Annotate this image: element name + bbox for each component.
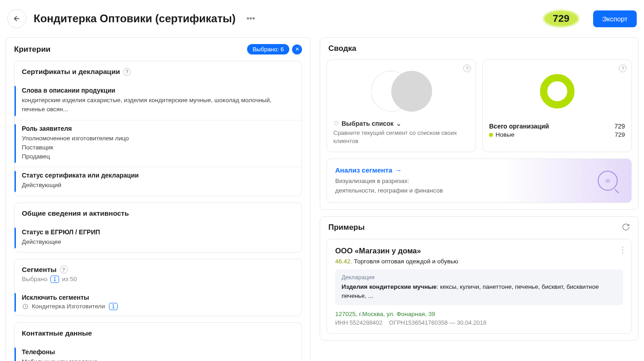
summary-panel: Сводка ? ♡ Выбрать список ⌄ <box>320 37 639 210</box>
criteria-name: Роль заявителя <box>22 125 294 132</box>
examples-panel: Примеры ⋮ ООО «Магазин у дома» 46.42. То… <box>320 216 639 341</box>
group-title: Сертификаты и декларации <box>22 68 120 76</box>
criteria-group-segments: Сегменты ? Выбрано 1 из 50 Исключить сег… <box>14 259 302 316</box>
org-count: 729 <box>553 13 570 24</box>
compare-card: ? ♡ Выбрать список ⌄ Сравните текущий се… <box>327 59 476 152</box>
export-button[interactable]: Экспорт <box>593 10 637 27</box>
choose-list-dropdown[interactable]: ♡ Выбрать список ⌄ <box>333 120 469 127</box>
segment-tag: Кондитерка Изготовители 1 <box>22 303 294 310</box>
analysis-desc: Визуализация в разрезах: деятельности, г… <box>335 177 623 195</box>
help-icon[interactable]: ? <box>60 266 68 273</box>
venn-right-circle <box>391 71 432 112</box>
legend-dot <box>489 133 493 137</box>
example-address: 127025, г.Москва, ул. Фонарная, 39 <box>335 311 623 317</box>
criteria-panel: Критерии Выбрано: 6 ✕ Сертификаты и декл… <box>5 37 311 361</box>
group-title: Сегменты <box>22 266 57 274</box>
refresh-button[interactable] <box>622 223 630 232</box>
count-badge: 1 <box>109 303 118 310</box>
total-orgs-value: 729 <box>614 123 625 130</box>
group-title: Общие сведения и активность <box>22 209 129 218</box>
criteria-name: Исключить сегменты <box>22 294 294 301</box>
example-card: ⋮ ООО «Магазин у дома» 46.42. Торговля о… <box>327 239 632 334</box>
criteria-item-cert-status[interactable]: Статус сертификата или декларации Действ… <box>15 167 302 195</box>
criteria-item-words[interactable]: Слова в описании продукции кондитерские … <box>15 82 302 120</box>
back-button[interactable] <box>7 9 26 28</box>
examples-title: Примеры <box>328 223 365 232</box>
criteria-name: Телефоны <box>22 348 294 356</box>
clock-icon <box>22 303 29 310</box>
criteria-name: Статус сертификата или декларации <box>22 172 294 179</box>
criteria-item-exclude-segments[interactable]: Исключить сегменты Кондитерка Изготовите… <box>15 289 302 316</box>
segments-subtitle: Выбрано 1 из 50 <box>22 276 77 283</box>
criteria-value: Уполномоченное изготовителем лицо Постав… <box>22 134 294 162</box>
help-icon[interactable]: ? <box>123 68 131 76</box>
summary-title: Сводка <box>328 44 356 53</box>
criteria-item-role[interactable]: Роль заявителя Уполномоченное изготовите… <box>15 120 302 167</box>
declaration-label: Декларация <box>342 274 617 281</box>
criteria-item-egrul-status[interactable]: Статус в ЕГРЮЛ / ЕГРИП Действующее <box>15 224 302 252</box>
org-count-highlight: 729 <box>545 11 578 26</box>
kebab-icon: ⋮ <box>619 245 627 254</box>
ellipsis-icon: ••• <box>247 14 255 23</box>
analysis-card[interactable]: ıllı Анализ сегмента → Визуализация в ра… <box>327 158 632 203</box>
criteria-value: кондитерские изделия сахаристые, изделия… <box>22 96 294 114</box>
example-menu-button[interactable]: ⋮ <box>619 245 627 255</box>
more-button[interactable]: ••• <box>243 12 259 25</box>
refresh-icon <box>622 223 630 231</box>
donut-chart <box>489 66 625 116</box>
heart-icon: ♡ <box>333 120 339 127</box>
criteria-value: Действующий <box>22 181 294 190</box>
example-company-name[interactable]: ООО «Магазин у дома» <box>335 247 623 255</box>
new-orgs-value: 729 <box>614 131 625 138</box>
donut-ring <box>540 74 575 109</box>
example-activity: 46.42. Торговля оптовая одеждой и обувью <box>335 258 623 265</box>
okved-code: 46.42. <box>335 258 352 265</box>
close-icon: ✕ <box>295 46 299 52</box>
new-orgs-label: Новые <box>489 131 515 138</box>
arrow-left-icon <box>13 15 21 23</box>
criteria-title: Критерии <box>14 45 50 54</box>
compare-desc: Сравните текущий сегмент со списком свои… <box>333 129 469 145</box>
page-title: Кондитерка Оптовики (сертификаты) <box>34 12 236 25</box>
group-title: Контактные данные <box>22 329 92 337</box>
total-orgs-label: Всего организаций <box>489 123 549 130</box>
example-meta: ИНН 5524288402 ОГРН1536541760358 — 30.04… <box>335 319 623 326</box>
arrow-right-icon: → <box>395 166 402 174</box>
criteria-group-contacts: Контактные данные Телефоны Мобильные или… <box>14 322 302 361</box>
criteria-group-certificates: Сертификаты и декларации ? Слова в описа… <box>14 61 302 196</box>
criteria-value: Мобильные или городские Без проверки <box>22 357 294 361</box>
magnifier-icon: ıllı <box>598 171 618 191</box>
declaration-text: Изделия кондитерские мучные: кексы, кули… <box>342 282 617 301</box>
help-icon[interactable]: ? <box>619 64 627 72</box>
selected-count-badge[interactable]: Выбрано: 6 <box>247 44 289 54</box>
clear-criteria-button[interactable]: ✕ <box>292 45 302 54</box>
criteria-name: Слова в описании продукции <box>22 87 294 94</box>
criteria-name: Статус в ЕГРЮЛ / ЕГРИП <box>22 228 294 236</box>
count-badge: 1 <box>50 276 59 283</box>
criteria-item-phones[interactable]: Телефоны Мобильные или городские Без про… <box>15 344 302 361</box>
criteria-group-general: Общие сведения и активность Статус в ЕГР… <box>14 203 302 252</box>
page-header: Кондитерка Оптовики (сертификаты) ••• 72… <box>0 0 644 37</box>
chevron-down-icon: ⌄ <box>396 120 401 127</box>
venn-diagram <box>333 66 469 116</box>
totals-card: ? Всего организаций 729 Новые 729 <box>482 59 632 152</box>
criteria-value: Действующее <box>22 237 294 247</box>
declaration-box: Декларация Изделия кондитерские мучные: … <box>335 269 623 306</box>
analysis-link[interactable]: Анализ сегмента → <box>335 166 623 174</box>
